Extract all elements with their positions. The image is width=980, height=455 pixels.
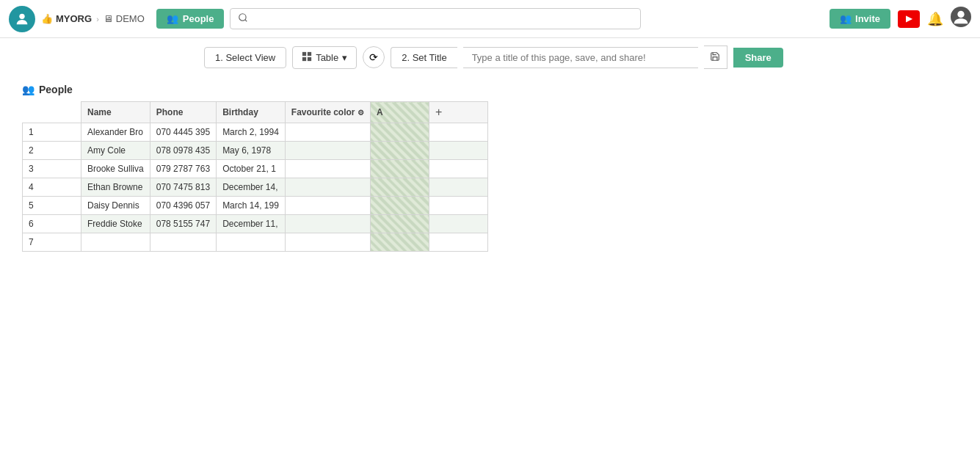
row-number: 4 [23,178,81,197]
cell-plus [429,233,487,252]
table-title-label: People [39,84,73,95]
toolbar: 1. Select View Table ▾ ⟳ 2. Set Title Sh… [0,38,980,76]
cell-fav-color[interactable] [285,197,370,215]
table-dropdown-chevron: ▾ [342,52,347,63]
cell-name[interactable]: Freddie Stoke [81,215,150,233]
svg-point-0 [19,13,24,18]
data-table: Name Phone Birthday Favourite color ⚙ A … [22,101,488,252]
cell-a[interactable] [370,142,429,160]
cell-birthday[interactable]: May 6, 1978 [217,142,286,160]
col-header-phone[interactable]: Phone [150,102,216,123]
col-header-fav-color[interactable]: Favourite color ⚙ [285,102,370,123]
share-label: Share [745,52,772,63]
cell-phone[interactable]: 070 4396 057 [150,197,216,215]
table-grid-icon [302,51,312,64]
cell-plus [429,142,487,160]
plus-icon[interactable]: + [435,106,442,119]
cell-a[interactable] [370,197,429,215]
cell-name[interactable]: Daisy Dennis [81,197,150,215]
set-title-label: 2. Set Title [391,47,457,68]
cell-fav-color[interactable] [285,142,370,160]
avatar[interactable] [9,6,35,32]
svg-point-4 [957,11,964,18]
table-dropdown-button[interactable]: Table ▾ [292,46,357,69]
cell-a[interactable] [370,123,429,142]
user-account-icon[interactable] [951,7,971,31]
table-row: 4Ethan Browne070 7475 813December 14, [23,178,488,197]
cell-name[interactable] [81,233,150,252]
row-number: 7 [23,233,81,252]
table-row: 5Daisy Dennis070 4396 057March 14, 199 [23,197,488,215]
cell-phone[interactable]: 078 5155 747 [150,215,216,233]
top-navigation: 👍 MYORG › 🖥 DEMO 👥 People 👥 Invite ▶ 🔔 [0,0,980,38]
table-title: 👥 People [22,84,958,95]
cell-a[interactable] [370,233,429,252]
title-input[interactable] [463,47,698,68]
svg-rect-5 [302,51,306,55]
cell-name[interactable]: Brooke Sulliva [81,160,150,178]
table-header-row: Name Phone Birthday Favourite color ⚙ A … [23,102,488,123]
org-link[interactable]: 👍 MYORG [41,13,92,24]
select-view-button[interactable]: 1. Select View [204,47,286,68]
cell-birthday[interactable]: December 14, [217,178,286,197]
invite-button[interactable]: 👥 Invite [830,9,890,29]
cell-birthday[interactable]: March 2, 1994 [217,123,286,142]
search-input[interactable] [253,13,633,24]
col-header-name[interactable]: Name [81,102,150,123]
monitor-icon: 🖥 [104,13,113,24]
cell-phone[interactable]: 070 4445 395 [150,123,216,142]
cell-birthday[interactable]: March 14, 199 [217,197,286,215]
org-name: MYORG [56,13,92,24]
people-label: People [183,13,214,24]
invite-label: Invite [855,13,880,24]
col-header-a[interactable]: A [370,102,429,123]
row-number: 2 [23,142,81,160]
save-icon-button[interactable] [704,46,727,69]
cell-phone[interactable] [150,233,216,252]
youtube-button[interactable]: ▶ [898,10,920,28]
cell-phone[interactable]: 070 7475 813 [150,178,216,197]
cell-fav-color[interactable] [285,233,370,252]
youtube-icon: ▶ [906,14,912,23]
svg-rect-8 [308,57,311,60]
svg-point-1 [239,14,246,21]
content-area: 👥 People Name Phone Birthday Favourite c… [0,76,980,259]
nav-right-actions: 👥 Invite ▶ 🔔 [830,7,971,31]
cell-a[interactable] [370,215,429,233]
cell-birthday[interactable] [217,233,286,252]
cell-birthday[interactable]: December 11, [217,215,286,233]
fav-color-settings-icon: ⚙ [357,109,364,117]
table-label: Table [316,52,338,63]
table-row: 2Amy Cole078 0978 435May 6, 1978 [23,142,488,160]
cell-a[interactable] [370,178,429,197]
search-bar [230,8,641,29]
svg-rect-6 [308,51,311,55]
cell-fav-color[interactable] [285,178,370,197]
col-header-birthday[interactable]: Birthday [217,102,286,123]
share-button[interactable]: Share [733,48,783,68]
demo-label: DEMO [116,13,145,24]
cell-name[interactable]: Amy Cole [81,142,150,160]
cell-name[interactable]: Alexander Bro [81,123,150,142]
cell-name[interactable]: Ethan Browne [81,178,150,197]
thumb-icon: 👍 [41,13,53,24]
add-column-button[interactable]: + [429,102,487,123]
cell-phone[interactable]: 079 2787 763 [150,160,216,178]
table-row: 3Brooke Sulliva079 2787 763October 21, 1 [23,160,488,178]
cell-phone[interactable]: 078 0978 435 [150,142,216,160]
cell-fav-color[interactable] [285,160,370,178]
cell-plus [429,215,487,233]
cell-fav-color[interactable] [285,123,370,142]
cell-a[interactable] [370,160,429,178]
table-row: 1Alexander Bro070 4445 395March 2, 1994 [23,123,488,142]
people-button[interactable]: 👥 People [156,9,225,29]
refresh-button[interactable]: ⟳ [363,46,385,68]
cell-birthday[interactable]: October 21, 1 [217,160,286,178]
demo-link[interactable]: 🖥 DEMO [104,13,145,24]
breadcrumb-chevron: › [96,15,99,23]
table-row: 7 [23,233,488,252]
svg-rect-7 [302,57,306,60]
bell-icon[interactable]: 🔔 [927,11,943,27]
row-number: 5 [23,197,81,215]
cell-fav-color[interactable] [285,215,370,233]
